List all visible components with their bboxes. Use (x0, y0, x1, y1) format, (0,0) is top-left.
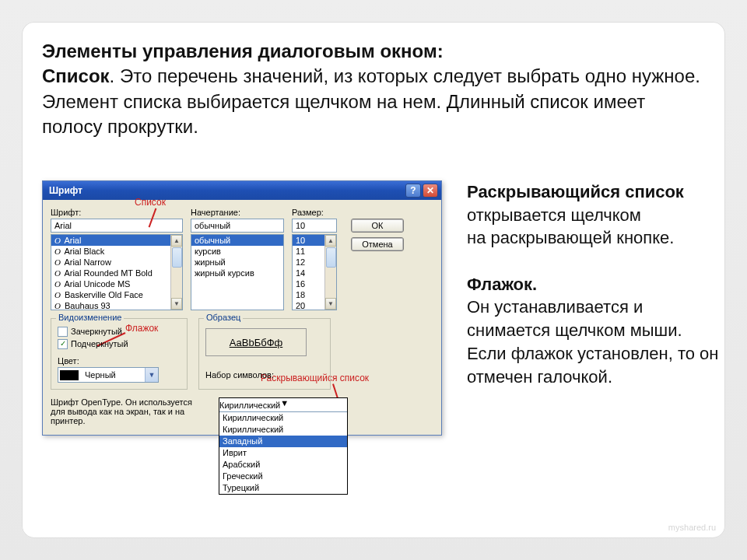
list-item[interactable]: O Arial Narrow (51, 257, 182, 268)
checkbox-icon: ✓ (58, 339, 68, 349)
list-item[interactable]: жирный (191, 257, 283, 268)
watermark: myshared.ru (668, 523, 716, 532)
group-title-modif: Видоизменение (56, 313, 124, 322)
sample-text: АаВbБбФф (230, 337, 283, 348)
list-item[interactable]: Кириллический (219, 424, 347, 436)
label-charset: Набор символов: (205, 370, 324, 380)
heading: Элементы управления диалоговым окном: Сп… (42, 39, 705, 140)
checkbox-icon (58, 327, 68, 337)
list-item[interactable]: обычный (191, 235, 283, 246)
label-style: Начертание: (191, 208, 284, 217)
label-size: Размер: (292, 208, 337, 217)
heading-lead: Список (42, 65, 110, 86)
close-button[interactable]: ✕ (423, 184, 438, 198)
scroll-down-icon[interactable]: ▼ (325, 298, 336, 310)
list-item[interactable]: Греческий (219, 471, 347, 482)
scroll-thumb[interactable] (326, 247, 336, 268)
group-title-sample: Образец (204, 313, 243, 322)
side-paragraphs: Раскрывающийся список открывается щелчко… (467, 180, 724, 388)
heading-title: Элементы управления диалоговым окном: (42, 40, 444, 61)
dialog-title: Шрифт (49, 185, 82, 196)
list-item[interactable]: Иврит (219, 447, 347, 459)
style-input[interactable] (191, 219, 284, 233)
side-p1-rest: открывается щелчком (467, 205, 641, 225)
scrollbar[interactable]: ▲ ▼ (324, 235, 336, 310)
ok-button[interactable]: ОК (351, 219, 404, 233)
size-input[interactable] (292, 219, 337, 233)
side-p1-line2: на раскрывающей кнопке. (467, 228, 674, 247)
side-p1-lead: Раскрывающийся список (467, 182, 684, 201)
scroll-thumb[interactable] (172, 247, 182, 268)
help-button[interactable]: ? (405, 184, 421, 198)
side-p2-body: Он устанавливается и снимается щелчком м… (467, 297, 718, 386)
charset-value: Кириллический (219, 401, 280, 410)
label-strikeout: Зачеркнутый (71, 327, 122, 336)
scroll-down-icon[interactable]: ▼ (171, 298, 182, 310)
list-item[interactable]: Арабский (219, 459, 347, 471)
font-listbox[interactable]: O ArialO Arial BlackO Arial NarrowO Aria… (51, 234, 183, 310)
list-item[interactable]: O Arial (51, 235, 182, 246)
sample-box: АаВbБбФф (205, 328, 307, 356)
list-item[interactable]: Турецкий (219, 482, 347, 494)
style-listbox[interactable]: обычный курсив жирный жирный курсив (191, 234, 284, 310)
color-swatch (60, 370, 79, 380)
checkbox-underline[interactable]: ✓ Подчеркнутый (58, 338, 181, 350)
size-listbox[interactable]: 10 11 12 14 16 18 20 ▲ ▼ (292, 234, 337, 310)
list-item[interactable]: Кириллический (219, 412, 347, 424)
cancel-button[interactable]: Отмена (351, 237, 404, 251)
scrollbar[interactable]: ▲ ▼ (170, 235, 182, 310)
list-item[interactable]: курсив (191, 246, 283, 257)
label-color: Цвет: (58, 356, 181, 366)
list-item[interactable]: Западный (219, 436, 347, 447)
checkbox-strikeout[interactable]: Зачеркнутый (58, 325, 181, 338)
color-combo[interactable]: Черный ▼ (58, 367, 159, 383)
chevron-down-icon[interactable]: ▼ (280, 398, 289, 412)
label-underline: Подчеркнутый (71, 339, 128, 348)
heading-body: . Это перечень значений, из которых след… (42, 65, 700, 137)
list-item[interactable]: O Arial Black (51, 246, 182, 257)
charset-dropdown-open[interactable]: Кириллический ▼ Кириллический Кирилличес… (219, 397, 348, 495)
titlebar[interactable]: Шрифт ? ✕ (43, 181, 441, 200)
list-item[interactable]: O Arial Rounded MT Bold (51, 268, 182, 278)
list-item[interactable]: жирный курсив (191, 268, 283, 278)
scroll-up-icon[interactable]: ▲ (325, 235, 336, 247)
list-item[interactable]: O Baskerville Old Face (51, 289, 182, 300)
label-font: Шрифт: (51, 208, 183, 217)
side-p2-lead: Флажок. (467, 275, 537, 294)
list-item[interactable]: O Arial Unicode MS (51, 278, 182, 289)
scroll-up-icon[interactable]: ▲ (171, 235, 182, 247)
list-item[interactable]: O Bauhaus 93 (51, 300, 182, 310)
hint-text: Шрифт OpenType. Он используется для выво… (51, 397, 206, 425)
font-dialog: Шрифт ? ✕ Список Флажок Раскрывающийся с… (42, 180, 442, 436)
font-input[interactable] (51, 219, 183, 233)
chevron-down-icon[interactable]: ▼ (145, 368, 158, 382)
color-value: Черный (82, 370, 145, 380)
